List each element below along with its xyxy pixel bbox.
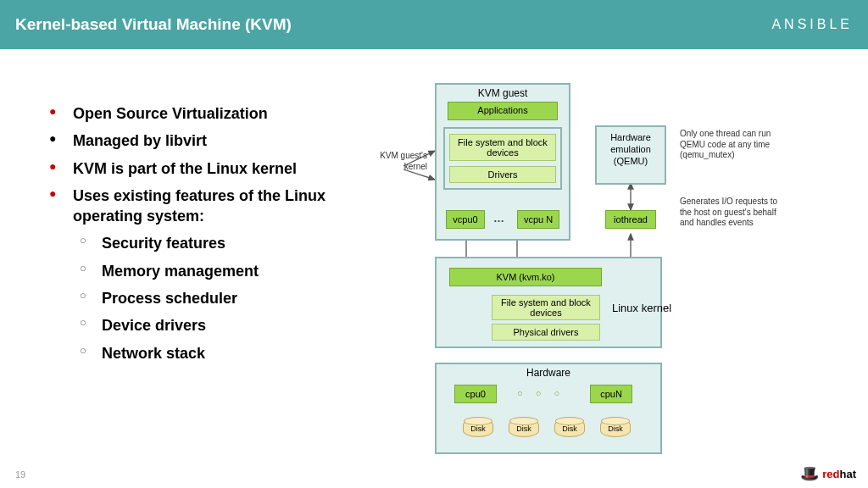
phys-drivers-box: Physical drivers	[492, 324, 600, 341]
vcpun-box: vcpu N	[517, 210, 559, 229]
annot-iothread: Generates I/O requests to the host on gu…	[680, 197, 782, 229]
hardware-label: Hardware	[437, 364, 660, 381]
vcpu-ellipsis: …	[493, 212, 504, 225]
applications-box: Applications	[448, 102, 558, 120]
bullet-item: KVM is part of the Linux kernel	[42, 155, 381, 182]
annot-guest-kernel: KVM guest's kernel	[368, 151, 427, 172]
bullet-item: Uses existing features of the Linux oper…	[42, 182, 381, 230]
redhat-hat-icon: 🎩	[800, 464, 819, 483]
sub-bullet-item: Memory management	[42, 258, 381, 285]
cpu0-box: cpu0	[454, 385, 497, 403]
brand-logo: ANSIBLE	[771, 17, 853, 32]
iothread-box: iothread	[605, 210, 656, 229]
vcpu0-box: vcpu0	[446, 210, 485, 229]
redhat-hat: hat	[840, 468, 857, 480]
redhat-red: red	[822, 468, 839, 480]
slide-content: Open Source Virtualization Managed by li…	[0, 49, 868, 473]
redhat-logo: 🎩 redhat	[800, 464, 856, 483]
cpu-dots: ○ ○ ○	[517, 388, 565, 398]
kvm-ko-box: KVM (kvm.ko)	[449, 268, 602, 286]
kvm-guest-label: KVM guest	[437, 85, 569, 102]
disk-icon: Disk	[509, 419, 539, 437]
disk-icon: Disk	[554, 419, 585, 437]
slide-header: Kernel-based Virtual Machine (KVM) ANSIB…	[0, 0, 868, 49]
qemu-box: Hardware emulation (QEMU)	[595, 125, 666, 185]
sub-bullet-item: Process scheduler	[42, 285, 381, 312]
bullet-list: Open Source Virtualization Managed by li…	[42, 75, 381, 473]
sub-bullet-item: Security features	[42, 230, 381, 257]
bullet-item: Open Source Virtualization	[42, 100, 381, 127]
bullet-item: Managed by libvirt	[42, 127, 381, 154]
slide-title: Kernel-based Virtual Machine (KVM)	[15, 15, 292, 34]
sub-bullet-item: Device drivers	[42, 312, 381, 339]
sub-bullet-item: Network stack	[42, 340, 381, 367]
hardware-box: Hardware	[435, 363, 662, 454]
annot-qemu: Only one thread can run QEMU code at any…	[680, 129, 782, 161]
disk-icon: Disk	[600, 419, 631, 437]
page-number: 19	[15, 469, 25, 480]
cpun-box: cpuN	[590, 385, 632, 403]
fs-block2-box: File system and block devices	[492, 295, 600, 320]
kvm-architecture-diagram: KVM guest Applications File system and b…	[381, 75, 822, 473]
drivers-box: Drivers	[449, 166, 556, 183]
linux-kernel-label: Linux kernel	[612, 302, 671, 314]
fs-block-box: File system and block devices	[449, 134, 556, 161]
disk-icon: Disk	[463, 419, 493, 437]
